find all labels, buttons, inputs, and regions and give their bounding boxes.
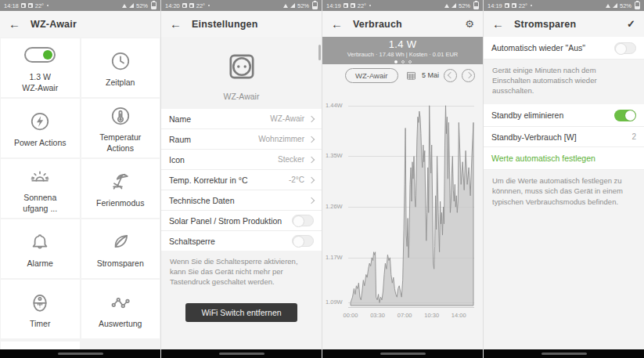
chevron-left-icon <box>447 72 453 78</box>
status-bar: 14:18 22° 52% <box>0 0 160 11</box>
settings-row-technische-daten[interactable]: Technische Daten <box>161 190 322 211</box>
tile-power-value: 1.3 W <box>30 72 51 81</box>
schaltsperre-note: Wenn Sie die Schaltesperre aktivieren, k… <box>161 251 322 292</box>
home-indicator[interactable] <box>380 353 426 355</box>
home-indicator[interactable] <box>219 353 264 355</box>
next-day-button[interactable] <box>462 69 475 82</box>
auto-set-values-link[interactable]: Werte automatisch festlegen <box>484 147 644 170</box>
chevron-right-icon <box>308 115 315 121</box>
settings-row-icon[interactable]: Icon Stecker <box>161 150 322 170</box>
schaltsperre-toggle[interactable] <box>292 235 314 247</box>
tile-ferienmodus[interactable]: Ferienmodus <box>81 159 160 218</box>
home-indicator[interactable] <box>58 353 103 355</box>
tile-label: Stromsparen <box>97 259 144 269</box>
confirm-check-icon[interactable]: ✓ <box>627 18 635 30</box>
page-title: WZ-Awair <box>31 19 77 30</box>
standby-list: Standby eliminieren Standby-Verbrauch [W… <box>484 104 644 170</box>
notification-icon <box>351 3 355 8</box>
tile-label: Sonnena <box>23 193 56 202</box>
notification-icon <box>512 3 516 8</box>
tile-timer[interactable]: Timer <box>1 280 80 338</box>
chevron-right-icon <box>465 72 471 78</box>
settings-row-solar-panel[interactable]: Solar Panel / Strom Produktion <box>161 211 322 231</box>
back-arrow-icon[interactable]: ← <box>492 18 504 30</box>
tile-auswertung[interactable]: Auswertung <box>81 280 160 338</box>
solar-panel-toggle[interactable] <box>292 215 314 226</box>
chevron-right-icon <box>308 176 315 183</box>
settings-row-schaltsperre[interactable]: Schaltsperre <box>161 231 322 251</box>
row-label: Name <box>169 114 191 124</box>
back-arrow-icon[interactable]: ← <box>170 18 182 30</box>
remove-device-button[interactable]: WiFi Switch entfernen <box>185 303 297 322</box>
notification-icon <box>505 3 509 8</box>
settings-list: Name WZ-Awair Raum Wohnzimmer Icon Steck… <box>161 109 322 251</box>
page-dot[interactable] <box>401 60 405 63</box>
calendar-icon[interactable] <box>405 70 417 81</box>
page-indicator <box>394 60 412 63</box>
current-power-value: 1.4 W <box>389 38 416 50</box>
settings-row-temp-korrektur[interactable]: Temp. Korrektur in °C -2°C <box>161 170 322 190</box>
home-indicator[interactable] <box>541 353 587 355</box>
tile-power-toggle[interactable]: 1.3 W WZ-Awair <box>1 38 80 97</box>
standby-row[interactable]: Standby eliminieren <box>484 104 644 127</box>
consumption-banner: 1.4 W Verbrauch · 17.48 Wh | Kosten · 0.… <box>322 37 483 64</box>
battery-icon <box>473 2 479 9</box>
back-arrow-icon[interactable]: ← <box>331 18 343 30</box>
page-dot-active[interactable] <box>394 60 398 63</box>
tile-zeitplan[interactable]: Zeitplan <box>81 38 160 97</box>
chevron-right-icon <box>308 156 315 162</box>
row-label: Standby eliminieren <box>491 110 563 120</box>
row-label: Icon <box>169 155 185 165</box>
device-toggle-on[interactable] <box>24 47 56 63</box>
app-bar: ← Stromsparen ✓ <box>484 11 644 37</box>
row-label: Raum <box>169 135 191 144</box>
chart-controls: WZ-Awair 5 Mai <box>322 64 483 86</box>
signal-icon <box>452 3 456 8</box>
auto-off-toggle[interactable] <box>614 42 636 54</box>
standby-toggle[interactable] <box>614 110 636 121</box>
notification-icon <box>21 3 26 8</box>
app-bar: ← Verbrauch ⚙ <box>322 11 483 37</box>
settings-row-name[interactable]: Name WZ-Awair <box>161 109 322 129</box>
tile-label: Ferienmodus <box>96 198 144 209</box>
socket-icon <box>224 49 260 85</box>
battery-percent: 52% <box>297 2 309 9</box>
device-filter-chip[interactable]: WZ-Awair <box>345 68 398 83</box>
screen-settings: 14:20 22° 52% ← Einstellungen WZ-Awair <box>160 0 322 358</box>
page-title: Verbrauch <box>353 19 402 30</box>
scrollbar-thumb[interactable] <box>318 45 321 60</box>
row-label: Technische Daten <box>169 196 234 205</box>
tile-stromsparen[interactable]: Stromsparen <box>81 219 160 278</box>
standby-value-row[interactable]: Standby-Verbrauch [W] 2 <box>484 127 644 147</box>
gear-icon[interactable]: ⚙ <box>465 18 474 30</box>
tile-temperatur-actions[interactable]: Temperatur Actions <box>81 99 160 157</box>
tile-alarme[interactable]: Alarme <box>1 219 80 278</box>
temperature-indicator: 22° <box>196 2 205 9</box>
battery-percent: 52% <box>620 2 631 9</box>
notification-icon <box>28 3 33 8</box>
lightning-circle-icon <box>28 110 52 133</box>
android-nav-bar <box>0 349 160 358</box>
tile-sonnenaufgang[interactable]: Sonnena ufgang ... <box>1 159 80 218</box>
tile-label-2: ufgang ... <box>23 204 57 213</box>
signal-icon <box>613 3 617 8</box>
tile-label: Auswertung <box>99 319 142 330</box>
bell-icon <box>28 230 52 254</box>
previous-day-button[interactable] <box>444 69 457 82</box>
chevron-right-icon <box>308 197 315 203</box>
device-tile-grid: 1.3 W WZ-Awair Zeitplan Power Actions Te… <box>0 37 160 338</box>
row-label: Temp. Korrektur in °C <box>169 175 247 185</box>
auto-off-note: Gerät einige Minuten nach dem Einschalte… <box>484 60 644 101</box>
status-time: 14:20 <box>165 2 180 9</box>
back-arrow-icon[interactable]: ← <box>9 18 20 30</box>
auto-off-row[interactable]: Automatisch wieder "Aus" <box>484 37 644 60</box>
tile-power-actions[interactable]: Power Actions <box>1 99 80 157</box>
chevron-right-icon <box>308 136 315 142</box>
status-bar: 14:19 22° 52% <box>322 0 483 11</box>
page-dot[interactable] <box>408 60 412 63</box>
android-nav-bar <box>322 349 483 358</box>
page-title: Stromsparen <box>514 19 576 30</box>
selected-date: 5 Mai <box>422 71 439 79</box>
settings-row-raum[interactable]: Raum Wohnzimmer <box>161 129 322 150</box>
partial-tile <box>1 342 80 349</box>
